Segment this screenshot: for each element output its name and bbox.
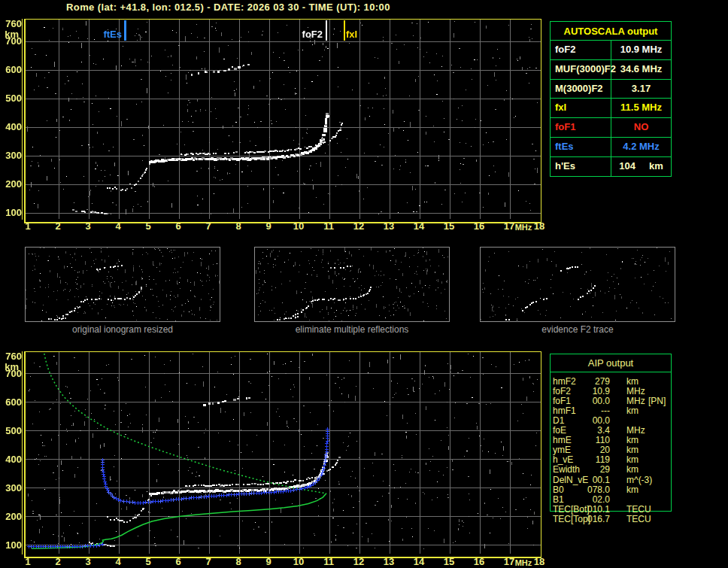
x-tick-label: 11 [320, 220, 337, 232]
thumbnail-eliminate-reflections [254, 247, 450, 322]
autoscala-row-label: M(3000)F2 [551, 80, 611, 99]
thumbnail-caption-evidence: evidence F2 trace [480, 324, 675, 335]
autoscala-row-value: 10.9 MHz [611, 41, 671, 59]
aip-row-value: 00.0 [575, 415, 610, 426]
profile-ionogram-canvas [26, 352, 541, 554]
y-tick-label: 200 [1, 179, 22, 189]
y-tick-label: 760 [1, 19, 22, 29]
autoscala-row-label: foF1 [551, 118, 611, 137]
x-tick-label: 12 [350, 220, 367, 232]
aip-row-value: 29 [575, 464, 610, 475]
x-tick-label: 12 [350, 556, 367, 567]
y-tick-label: 760 [1, 351, 22, 361]
y-tick-label: 300 [1, 150, 22, 160]
aip-row-label: foE [553, 425, 566, 436]
x-tick-label: 11 [320, 556, 337, 567]
x-tick-label: 9 [260, 220, 277, 232]
x-tick-label: 15 [441, 556, 457, 567]
x-tick-label: 4 [110, 556, 126, 567]
aip-row-unit: km [626, 445, 639, 455]
aip-row-label: foF2 [553, 386, 571, 396]
x-tick-label: 14 [411, 556, 427, 567]
y-axis-unit-label: km [1, 361, 19, 372]
aip-row-unit: km [626, 454, 639, 465]
x-tick-label: 13 [381, 220, 397, 232]
y-axis-unit-label: km [1, 29, 19, 40]
x-tick-label: 15 [441, 220, 457, 232]
autoscala-row-hes: h'Es104 km [550, 157, 672, 177]
autoscala-row-value: 34.6 MHz [611, 60, 671, 79]
aip-table-header: AIP output [551, 354, 671, 372]
profile-ionogram-plot [24, 351, 541, 558]
y-tick-label: 100 [1, 208, 22, 217]
aip-row-delnve: DelN_vE00.1m^(-3) [550, 475, 672, 484]
thumbnail-evidence-canvas [481, 248, 675, 321]
aip-row-hve: h_vE119km [550, 454, 672, 464]
aip-row-label: B0 [553, 484, 564, 495]
foF2-marker-label: foF2 [298, 29, 323, 40]
x-tick-label: 16 [471, 220, 487, 232]
x-tick-label: 8 [230, 556, 247, 567]
aip-row-fof2: foF210.9MHz [550, 386, 672, 396]
autoscala-row-label: fxI [551, 99, 611, 117]
y-tick-label: 300 [1, 483, 22, 493]
autoscala-row-fxi: fxI11.5 MHz [550, 99, 672, 118]
aip-row-label: hmE [553, 435, 572, 445]
x-tick-label: 2 [50, 556, 66, 567]
x-tick-label: 16 [471, 556, 487, 567]
aip-row-b0: B0078.0km [550, 484, 672, 494]
aip-row-label: h_vE [553, 454, 573, 465]
thumbnail-original-ionogram [25, 247, 220, 322]
aip-row-unit: km [626, 376, 639, 387]
x-tick-label: 13 [381, 556, 397, 567]
aip-row-value: 00.0 [575, 396, 610, 406]
autoscala-row-label: foF2 [551, 41, 611, 59]
aip-row-ewidth: Ewidth29km [550, 464, 672, 474]
aip-row-label: D1 [553, 415, 564, 426]
y-tick-label: 100 [1, 540, 22, 550]
autoscala-table-rows: foF210.9 MHzMUF(3000)F234.6 MHzM(3000)F2… [550, 41, 672, 177]
x-tick-label: 4 [110, 220, 126, 232]
aip-row-value: 110 [575, 435, 610, 445]
aip-row-label: hmF2 [553, 376, 576, 387]
aip-row-label: B1 [553, 494, 564, 505]
autoscala-row-value: 4.2 MHz [611, 138, 671, 156]
aip-row-hmf1: hmF1---km [550, 405, 672, 415]
autoscala-row-ftes: ftEs4.2 MHz [550, 138, 672, 157]
x-tick-label: 8 [230, 220, 247, 232]
aip-row-unit: km [626, 464, 639, 475]
autoscala-row-label: h'Es [551, 157, 611, 176]
aip-row-fof1: foF100.0MHz[PN] [550, 396, 672, 405]
aip-row-value: 016.7 [575, 514, 610, 524]
aip-row-unit: km [626, 405, 639, 416]
autoscala-app-window: Rome (lat: +41.8, lon: 012.5) - DATE: 20… [0, 0, 728, 568]
aip-row-foe: foE3.4MHz [550, 425, 672, 435]
autoscala-row-value: 11.5 MHz [611, 99, 671, 117]
aip-row-value: 3.4 [575, 425, 610, 436]
aip-row-d1: D100.0 [550, 415, 672, 425]
ftEs-marker-label: ftEs [99, 29, 122, 40]
x-tick-label: 3 [80, 556, 96, 567]
aip-row-hme: hmE110km [550, 435, 672, 445]
autoscala-row-m3000f2: M(3000)F23.17 [550, 80, 672, 99]
y-tick-label: 600 [1, 65, 22, 74]
y-tick-label: 600 [1, 397, 22, 407]
autoscala-row-value: NO [611, 118, 671, 137]
aip-row-tectop: TEC[Top]016.7TECU [550, 514, 672, 524]
bottom-plot-axis-line [22, 351, 23, 554]
aip-row-unit: MHz [626, 396, 645, 406]
x-tick-label: 9 [260, 556, 277, 567]
x-tick-label: 14 [411, 220, 427, 232]
aip-row-value: 10.9 [575, 386, 610, 396]
aip-row-unit: m^(-3) [626, 475, 652, 485]
y-tick-label: 500 [1, 93, 22, 103]
fxI-marker-label: fxI [346, 29, 370, 40]
aip-row-unit: km [626, 484, 639, 495]
aip-row-value: --- [575, 405, 610, 416]
x-tick-label: 3 [80, 220, 96, 232]
x-axis-unit-label: MHz [510, 223, 537, 232]
aip-row-label: hmF1 [553, 405, 576, 416]
autoscala-row-value: 3.17 [611, 80, 671, 99]
aip-row-value: 010.1 [575, 504, 610, 515]
x-tick-label: 7 [200, 556, 217, 567]
